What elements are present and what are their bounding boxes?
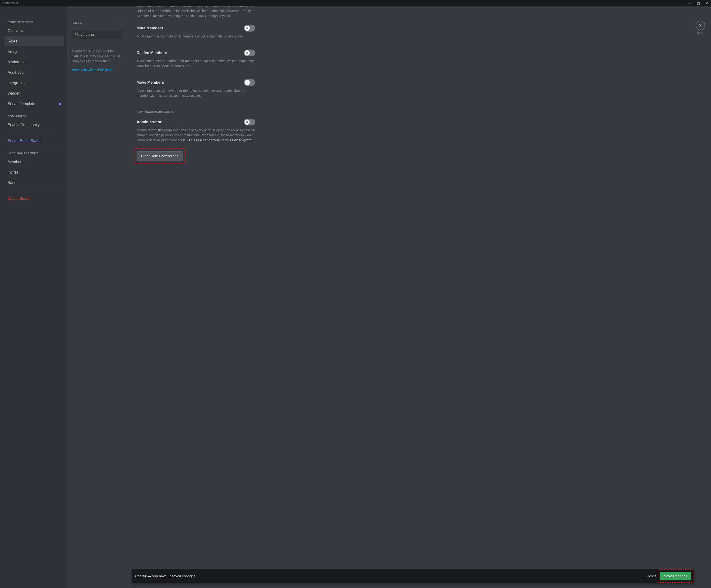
toggle-administrator[interactable] [244, 119, 255, 126]
roles-hint-text: Members use the color of the highest rol… [72, 49, 122, 64]
sidebar-separator [7, 149, 62, 149]
toggle-move-members[interactable] [244, 79, 255, 86]
sidebar-item-server-boost[interactable]: Server Boost Status [5, 136, 64, 146]
toggle-knob [244, 26, 250, 31]
priority-speaker-description: Allows members to be more easily heard i… [136, 6, 255, 20]
sidebar-separator [7, 112, 62, 112]
permission-description: Allows members to mute other members in … [136, 34, 255, 39]
sidebar-item-members[interactable]: Members [5, 157, 64, 167]
permission-move-members: Move Members Allows members to move othe… [136, 74, 255, 104]
close-window-icon[interactable]: ✕ [705, 1, 709, 5]
x-icon [246, 51, 249, 54]
x-icon [246, 121, 249, 124]
notification-dot-icon [59, 103, 61, 105]
x-icon [246, 81, 249, 84]
clear-permissions-wrap: Clear Role Permissions [136, 151, 183, 160]
roles-heading: ROLES [72, 21, 82, 25]
sidebar-separator [7, 191, 62, 191]
community-header: COMMUNITY [7, 115, 62, 118]
unsaved-message: Careful — you have unsaved changes! [135, 574, 197, 578]
sidebar-separator [7, 133, 62, 133]
toggle-mute-members[interactable] [244, 25, 255, 31]
advanced-permissions-header: ADVANCED PERMISSIONS [136, 104, 255, 113]
permission-description: Allows members to deafen other members i… [136, 59, 255, 68]
permission-mute-members: Mute Members Allows members to mute othe… [136, 20, 255, 44]
roles-column: ROLES + @everyone Members use the color … [67, 6, 127, 588]
permission-title: Mute Members [136, 26, 163, 30]
roles-separator [72, 45, 122, 45]
window-controls: ― ◻ ✕ [688, 1, 709, 5]
sidebar-item-roles[interactable]: Roles [5, 36, 64, 46]
permission-administrator: Administrator Members with this permissi… [136, 113, 255, 148]
sidebar-item-moderation[interactable]: Moderation [5, 57, 64, 67]
settings-sidebar: CORGI'S SERVER Overview Roles Emoji Mode… [0, 6, 67, 588]
role-item-everyone[interactable]: @everyone [72, 30, 122, 39]
sidebar-item-server-template[interactable]: Server Template [5, 99, 64, 109]
sidebar-item-overview[interactable]: Overview [5, 26, 64, 36]
sidebar-item-invites[interactable]: Invites [5, 167, 64, 177]
unsaved-changes-bar: Careful — you have unsaved changes! Rese… [132, 569, 694, 583]
esc-label: ESC [695, 31, 705, 35]
reset-button[interactable]: Reset [646, 574, 656, 578]
add-role-icon[interactable]: + [117, 21, 122, 25]
x-icon [246, 27, 249, 30]
permission-deafen-members: Deafen Members Allows members to deafen … [136, 44, 255, 74]
close-settings-pod: ESC [695, 21, 705, 35]
permission-title: Administrator [136, 120, 161, 124]
danger-warning: This is a dangerous permission to grant. [189, 138, 253, 142]
permissions-help-link[interactable]: Need help with permissions? [72, 68, 122, 72]
sidebar-item-audit-log[interactable]: Audit Log [5, 68, 64, 78]
toggle-knob [244, 119, 250, 125]
minimize-icon[interactable]: ― [688, 1, 692, 5]
permission-description: Allows members to move other members bet… [136, 88, 255, 98]
sidebar-item-bans[interactable]: Bans [5, 178, 64, 188]
permission-title: Deafen Members [136, 51, 167, 55]
close-settings-button[interactable] [695, 21, 705, 30]
sidebar-item-emoji[interactable]: Emoji [5, 47, 64, 57]
user-management-header: USER MANAGEMENT [7, 152, 62, 155]
app-body: CORGI'S SERVER Overview Roles Emoji Mode… [0, 6, 711, 588]
sidebar-item-integrations[interactable]: Integrations [5, 78, 64, 88]
toggle-knob [244, 50, 250, 56]
close-icon [698, 23, 703, 27]
sidebar-item-widget[interactable]: Widget [5, 88, 64, 99]
permission-description: Members with this permission will have e… [136, 128, 255, 143]
sidebar-item-delete-server[interactable]: Delete Server [5, 194, 64, 204]
window-titlebar: DISCORD ― ◻ ✕ [0, 0, 711, 6]
toggle-knob [244, 80, 250, 85]
app-brand: DISCORD [2, 1, 18, 5]
sidebar-item-enable-community[interactable]: Enable Community [5, 120, 64, 130]
save-changes-button[interactable]: Save Changes [660, 572, 691, 581]
permissions-panel: Allows members to be more easily heard i… [127, 6, 711, 588]
permission-title: Move Members [136, 80, 164, 85]
clear-role-permissions-button[interactable]: Clear Role Permissions [136, 151, 183, 160]
push-to-talk-link[interactable]: Push to Talk (Priority) [186, 14, 218, 18]
toggle-deafen-members[interactable] [244, 49, 255, 56]
maximize-icon[interactable]: ◻ [697, 1, 700, 5]
server-name-header: CORGI'S SERVER [7, 21, 62, 24]
